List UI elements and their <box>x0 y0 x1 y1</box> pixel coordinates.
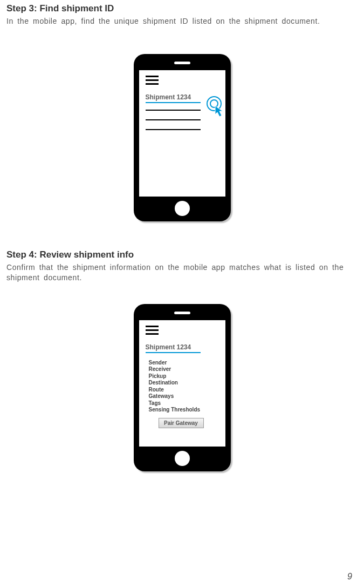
step4-title: Step 4: Review shipment info <box>6 249 358 260</box>
step3-title: Step 3: Find shipment ID <box>6 3 358 14</box>
phone-screen-step3: Shipment 1234 <box>139 70 225 197</box>
field-tags: Tags <box>149 400 219 407</box>
field-thresholds: Sensing Thresholds <box>149 407 219 414</box>
page-number: 9 <box>347 572 352 582</box>
phone-speaker <box>174 312 190 314</box>
shipment-id-header: Shipment 1234 <box>146 343 219 351</box>
shipment-details-list: Sender Receiver Pickup Destination Route… <box>149 360 219 414</box>
selected-underline <box>146 352 201 353</box>
field-destination: Destination <box>149 380 219 387</box>
field-sender: Sender <box>149 360 219 367</box>
phone-home-button <box>175 201 190 216</box>
field-gateways: Gateways <box>149 393 219 400</box>
list-item-placeholder[interactable] <box>146 110 201 111</box>
step3-description: In the mobile app, find the unique shipm… <box>6 16 358 27</box>
phone-home-button <box>175 451 190 466</box>
hamburger-icon[interactable] <box>146 326 219 335</box>
field-route: Route <box>149 387 219 394</box>
field-receiver: Receiver <box>149 366 219 373</box>
pair-gateway-button[interactable]: Pair Gateway <box>159 418 204 428</box>
phone-screen-step4: Shipment 1234 Sender Receiver Pickup Des… <box>139 320 225 447</box>
field-pickup: Pickup <box>149 373 219 380</box>
list-item-placeholder[interactable] <box>146 129 201 130</box>
hamburger-icon[interactable] <box>146 76 219 85</box>
list-item-placeholder[interactable] <box>146 119 201 120</box>
phone-speaker <box>174 62 190 64</box>
phone-mockup-step4: Shipment 1234 Sender Receiver Pickup Des… <box>134 304 231 471</box>
step4-description: Confirm that the shipment information on… <box>6 262 358 283</box>
phone-mockup-step3: Shipment 1234 <box>134 54 231 221</box>
tap-cursor-icon <box>207 96 228 118</box>
selected-underline <box>146 102 201 103</box>
